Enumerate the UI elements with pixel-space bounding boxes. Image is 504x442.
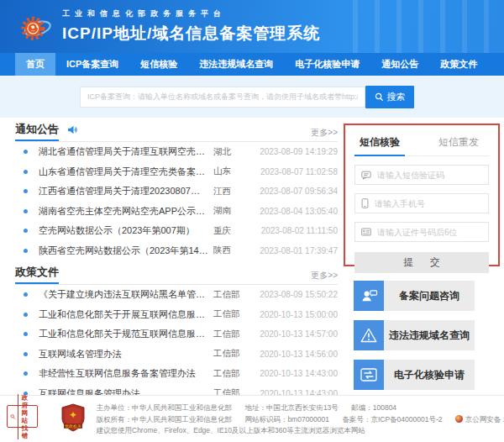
nav-item-sms-verify[interactable]: 短信核验 bbox=[129, 53, 188, 76]
policy-source: 工信部 bbox=[213, 308, 244, 320]
policy-title[interactable]: 非经营性互联网信息服务备案管理办法 bbox=[39, 367, 213, 380]
policy-title[interactable]: 互联网域名管理办法 bbox=[39, 348, 213, 360]
notice-title[interactable]: 山东省通信管理局关于清理空壳类备案数据的公示（202326批次） bbox=[39, 166, 213, 178]
notice-row[interactable]: 江西省通信管理局关于清理20230807批次空壳数据公示 江西 2023-08-… bbox=[15, 182, 338, 202]
submit-button[interactable]: 提 交 bbox=[354, 252, 489, 273]
notice-title[interactable]: 陕西省空壳网站数据公示（2023年第14批次） bbox=[39, 245, 213, 257]
sms-verify-panel: 短信核验 短信重发 bbox=[344, 124, 500, 266]
message-icon bbox=[361, 171, 371, 180]
bullet-icon bbox=[24, 170, 28, 174]
nav-item-home[interactable]: 首页 bbox=[15, 53, 55, 76]
policy-time: 2020-10-13 14:43:00 bbox=[244, 369, 338, 378]
phone-input[interactable] bbox=[375, 199, 482, 208]
bullet-icon bbox=[24, 352, 28, 356]
nav-item-notices[interactable]: 通知公告 bbox=[370, 53, 429, 76]
police-emblem-icon bbox=[455, 415, 463, 423]
notice-title[interactable]: 空壳网站数据公示（2023年第007期） bbox=[39, 224, 213, 237]
policies-title: 政策文件 bbox=[15, 265, 59, 284]
gov-badge-line2: 找错 bbox=[22, 424, 29, 439]
magnifier-error-icon bbox=[10, 411, 16, 423]
policy-row[interactable]: 非经营性互联网信息服务备案管理办法 工信部 2020-10-13 14:43:0… bbox=[15, 364, 338, 384]
miit-logo-icon bbox=[18, 8, 52, 45]
action-label: 备案问题咨询 bbox=[384, 281, 475, 311]
right-column: 短信核验 短信重发 bbox=[344, 124, 500, 403]
search-input[interactable] bbox=[80, 87, 365, 108]
nav-item-policies[interactable]: 政策文件 bbox=[429, 53, 488, 76]
policy-source: 工信部 bbox=[213, 289, 244, 301]
action-e-verify-apply[interactable]: 电子化核验申请 bbox=[354, 360, 475, 390]
policy-title[interactable]: 工业和信息化部关于开展互联网信息服务备案用户真实身份信息电 bbox=[39, 308, 213, 321]
gov-badge-line1: 政府网站 bbox=[22, 394, 29, 424]
notices-section: 通知公告 更多>> 湖北省通信管理局关于清理互联网空壳网站/空壳主体的公示 湖北… bbox=[15, 124, 338, 260]
tab-sms-verify[interactable]: 短信核验 bbox=[354, 132, 405, 156]
party-org-shield-badge[interactable]: ✦ 党政机关 bbox=[61, 403, 85, 435]
notice-title[interactable]: 江西省通信管理局关于清理20230807批次空壳数据公示 bbox=[39, 185, 213, 197]
policy-row[interactable]: 互联网域名管理办法 工信部 2020-10-13 14:56:00 bbox=[15, 345, 338, 365]
action-label: 违法违规域名查询 bbox=[384, 320, 475, 350]
search-band: 搜索 bbox=[0, 76, 504, 118]
speaker-icon bbox=[67, 123, 80, 138]
notice-row[interactable]: 空壳网站数据公示（2023年第007期） 重庆 2023-08-02 11:11… bbox=[15, 221, 338, 241]
phone-field-wrap bbox=[354, 193, 489, 213]
notice-region: 湖南 bbox=[213, 205, 244, 217]
policy-time: 2020-10-13 14:57:00 bbox=[244, 329, 338, 339]
policy-row[interactable]: 工业和信息化部关于开展互联网信息服务备案用户真实身份信息电 工信部 2020-1… bbox=[15, 305, 338, 325]
bullet-icon bbox=[24, 189, 28, 193]
sms-code-field-wrap bbox=[354, 165, 489, 185]
policy-row[interactable]: 工业和信息化部关于规范互联网信息服务使用域名的通知 工信部 2020-10-13… bbox=[15, 324, 338, 345]
footer-host: 主办单位：中华人民共和国工业和信息化部 bbox=[97, 403, 233, 412]
nav-item-e-verify[interactable]: 电子化核验申请 bbox=[284, 53, 370, 76]
policy-title[interactable]: 《关于建立境内违法互联网站黑名单管理制度的通知》（工信部联 bbox=[39, 288, 213, 301]
notice-time: 2023-08-01 17:39:47 bbox=[244, 246, 338, 255]
notice-title[interactable]: 湖南省空壳主体空壳网站空壳APP公示2023.7.31 bbox=[39, 205, 213, 218]
bullet-icon bbox=[24, 292, 28, 297]
notice-time: 2023-08-07 09:56:34 bbox=[244, 187, 338, 196]
id-card-icon bbox=[361, 228, 371, 236]
bullet-icon bbox=[24, 371, 28, 376]
search-button-label: 搜索 bbox=[387, 91, 406, 103]
bullet-icon bbox=[24, 332, 28, 336]
notice-row[interactable]: 山东省通信管理局关于清理空壳类备案数据的公示（202326批次） 山东 2023… bbox=[15, 162, 338, 182]
quick-actions: 备案问题咨询 违法违规域名查询 电子化核验申请 bbox=[344, 281, 500, 390]
footer-icp-number[interactable]: 备案号：京ICP备04000001号-2 bbox=[342, 415, 442, 424]
notice-region: 山东 bbox=[213, 166, 244, 177]
person-chat-icon bbox=[354, 281, 384, 311]
policy-row[interactable]: 《关于建立境内违法互联网站黑名单管理制度的通知》（工信部联 工信部 2023-0… bbox=[15, 285, 338, 305]
left-column: 通知公告 更多>> 湖北省通信管理局关于清理互联网空壳网站/空壳主体的公示 湖北… bbox=[15, 124, 338, 403]
id-last6-input[interactable] bbox=[377, 228, 482, 237]
policy-time: 2020-10-13 14:56:00 bbox=[244, 350, 338, 359]
search-button[interactable]: 搜索 bbox=[365, 86, 414, 108]
svg-text:✦: ✦ bbox=[68, 409, 76, 421]
footer-police-filing[interactable]: 京公网安备 11040102700068号 bbox=[455, 415, 504, 424]
tab-sms-resend[interactable]: 短信重发 bbox=[433, 132, 484, 155]
gov-site-error-badge[interactable]: 政府网站 找错 bbox=[7, 405, 38, 428]
policies-more-link[interactable]: 更多>> bbox=[311, 270, 338, 284]
notices-title: 通知公告 bbox=[15, 122, 59, 141]
notice-row[interactable]: 湖南省空壳主体空壳网站空壳APP公示2023.7.31 湖南 2023-08-0… bbox=[15, 202, 338, 222]
banner-decoration bbox=[353, 0, 504, 53]
notices-more-link[interactable]: 更多>> bbox=[311, 127, 338, 141]
nav-item-icp-query[interactable]: ICP备案查询 bbox=[55, 53, 129, 76]
footer-postcode: 邮编：100804 bbox=[351, 403, 396, 412]
action-label: 电子化核验申请 bbox=[384, 360, 475, 390]
policies-header: 政策文件 更多>> bbox=[15, 266, 338, 285]
mobile-phone-icon bbox=[361, 198, 369, 208]
bullet-icon bbox=[24, 150, 28, 154]
notice-title[interactable]: 湖北省通信管理局关于清理互联网空壳网站/空壳主体的公示 bbox=[39, 145, 213, 158]
notice-row[interactable]: 湖北省通信管理局关于清理互联网空壳网站/空壳主体的公示 湖北 2023-08-0… bbox=[15, 142, 338, 162]
nav-item-illegal-domain[interactable]: 违法违规域名查询 bbox=[188, 53, 284, 76]
footer-browser-tip: 建议您使用Chrome、Firefox、Edge、IE10及以上版本和360等主… bbox=[97, 426, 365, 434]
action-illegal-domain-query[interactable]: 违法违规域名查询 bbox=[354, 320, 475, 350]
action-filing-consult[interactable]: 备案问题咨询 bbox=[354, 281, 475, 311]
policy-time: 2020-10-13 15:00:00 bbox=[244, 310, 338, 319]
notice-region: 江西 bbox=[213, 186, 244, 197]
footer-copyright: 版权所有：中华人民共和国工业和信息化部 bbox=[97, 415, 233, 424]
policy-time: 2023-08-09 15:50:22 bbox=[244, 290, 338, 299]
sms-code-input[interactable] bbox=[377, 171, 482, 180]
policy-source: 工信部 bbox=[213, 348, 244, 360]
sms-tabs: 短信核验 短信重发 bbox=[354, 132, 489, 156]
notice-row[interactable]: 陕西省空壳网站数据公示（2023年第14批次） 陕西 2023-08-01 17… bbox=[15, 241, 338, 261]
main-nav: 首页 ICP备案查询 短信核验 违法违规域名查询 电子化核验申请 通知公告 政策… bbox=[0, 53, 504, 76]
header-banner: 工业和信息化部政务服务平台 ICP/IP地址/域名信息备案管理系统 bbox=[0, 0, 504, 53]
policy-title[interactable]: 工业和信息化部关于规范互联网信息服务使用域名的通知 bbox=[39, 328, 213, 340]
